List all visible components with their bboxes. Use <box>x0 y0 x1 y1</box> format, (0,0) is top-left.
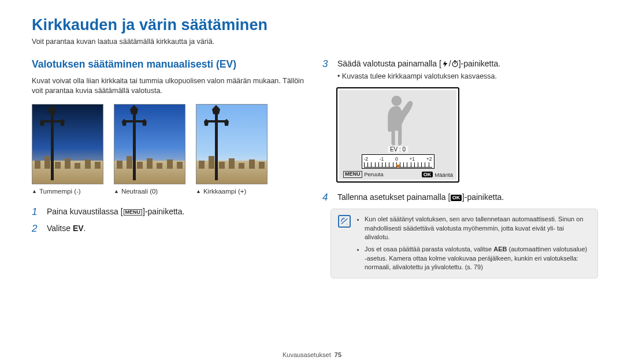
thumbnail-neutral: Neutraali (0) <box>114 104 185 195</box>
step-1: 1 Paina kuvaustilassa [MENU]-painiketta. <box>32 206 307 218</box>
right-column: 3 Säädä valotusta painamalla [/]-painike… <box>322 58 598 278</box>
tick-minus-1: -1 <box>380 156 384 162</box>
lcd-ev-scale: -2 -1 0 +1 +2 <box>362 154 434 169</box>
page-subtitle: Voit parantaa kuvan laatua säätämällä ki… <box>32 38 598 46</box>
note-list: Kun olet säätänyt valotuksen, sen arvo t… <box>356 215 590 272</box>
triangle-up-icon <box>196 188 203 195</box>
steps-left: 1 Paina kuvaustilassa [MENU]-painiketta.… <box>32 206 307 235</box>
step-number: 1 <box>32 206 41 218</box>
tick-plus-1: +1 <box>409 156 415 162</box>
note-icon <box>338 215 351 228</box>
note-item: Kun olet säätänyt valotuksen, sen arvo t… <box>365 215 590 242</box>
section-heading-ev: Valotuksen säätäminen manuaalisesti (EV) <box>32 58 307 70</box>
menu-button-glyph: MENU <box>124 209 143 216</box>
menu-button-glyph: MENU <box>343 171 362 177</box>
camera-lcd-frame: EV : 0 -2 -1 0 +1 +2 MENU Peruuta OK Mää… <box>336 87 459 183</box>
scale-indicator-icon <box>396 165 400 168</box>
page-footer: Kuvausasetukset 75 <box>0 351 624 358</box>
timer-icon <box>451 59 459 68</box>
thumbnail-image-brighter <box>196 104 268 184</box>
lcd-set: OK Määritä <box>421 172 453 178</box>
step-3-sub: • Kuvasta tulee kirkkaampi valotuksen ka… <box>337 72 500 81</box>
two-column-layout: Valotuksen säätäminen manuaalisesti (EV)… <box>32 58 598 278</box>
thumbnail-image-darker <box>32 104 103 184</box>
silhouette-figure-icon <box>372 94 424 153</box>
step-number: 3 <box>322 58 332 70</box>
tick-zero: 0 <box>395 156 398 162</box>
left-column: Valotuksen säätäminen manuaalisesti (EV)… <box>32 58 307 278</box>
thumbnail-image-neutral <box>114 104 185 184</box>
step-3: 3 Säädä valotusta painamalla [/]-painike… <box>322 58 598 81</box>
triangle-up-icon <box>114 188 121 195</box>
camera-lcd: EV : 0 -2 -1 0 +1 +2 MENU Peruuta OK Mää… <box>339 90 456 180</box>
note-item: Jos et osaa päättää parasta valotusta, v… <box>365 245 590 272</box>
lcd-cancel: MENU Peruuta <box>343 171 383 177</box>
caption-brighter: Kirkkaampi (+) <box>196 188 268 195</box>
caption-neutral: Neutraali (0) <box>114 188 185 195</box>
svg-point-1 <box>391 95 402 106</box>
ok-button-glyph: OK <box>451 195 462 200</box>
step-2: 2 Valitse EV. <box>32 223 307 235</box>
lcd-ev-label: EV : 0 <box>388 146 408 153</box>
section-paragraph: Kuvat voivat olla liian kirkkaita tai tu… <box>32 76 307 96</box>
page-number: 75 <box>335 351 341 358</box>
note-box: Kun olet säätänyt valotuksen, sen arvo t… <box>330 209 598 278</box>
example-thumbnails-row: Tummempi (-) Neutraali (0) Kirkkaampi (+… <box>32 104 307 195</box>
tick-minus-2: -2 <box>364 156 369 162</box>
lcd-footer: MENU Peruuta OK Määritä <box>343 171 453 177</box>
svg-point-0 <box>452 62 458 67</box>
flash-icon <box>441 59 449 68</box>
caption-darker: Tummempi (-) <box>32 188 103 195</box>
tick-plus-2: +2 <box>426 156 432 162</box>
aeb-bold-label: AEB <box>493 246 507 252</box>
thumbnail-darker: Tummempi (-) <box>32 104 103 195</box>
ok-button-glyph: OK <box>422 172 433 177</box>
thumbnail-brighter: Kirkkaampi (+) <box>196 104 268 195</box>
step-number: 4 <box>322 192 332 203</box>
triangle-up-icon <box>32 188 39 195</box>
ev-bold-label: EV <box>73 224 84 233</box>
step-number: 2 <box>32 223 41 235</box>
step-4: 4 Tallenna asetukset painamalla [OK]-pai… <box>322 192 598 203</box>
page-title: Kirkkauden ja värin säätäminen <box>32 16 598 34</box>
